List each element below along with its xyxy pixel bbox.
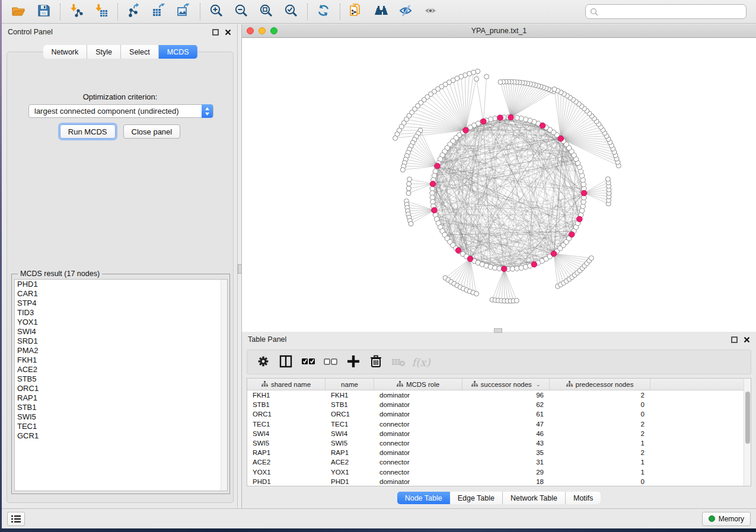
table-row[interactable]: SWI5SWI5connector431 (247, 438, 751, 448)
search-icon (590, 8, 598, 16)
close-panel-icon[interactable] (225, 29, 231, 36)
table-row[interactable]: PHD1PHD1dominator180 (247, 477, 751, 486)
find-button[interactable] (369, 2, 394, 22)
plus-icon (346, 354, 361, 371)
mcds-result-item[interactable]: SWI4 (15, 327, 227, 336)
node-table-body: FKH1FKH1dominator962STB1STB1dominator620… (247, 390, 751, 486)
mcds-result-item[interactable]: CAR1 (15, 289, 227, 299)
table-cell: dominator (374, 478, 462, 485)
deselect-all-button[interactable] (321, 352, 341, 372)
column-label: MCDS role (406, 381, 439, 388)
tab-edge-table[interactable]: Edge Table (450, 492, 503, 504)
share-document-button[interactable] (344, 2, 369, 22)
search-input[interactable] (601, 8, 742, 16)
mcds-result-item[interactable]: PHD1 (15, 280, 227, 289)
table-row[interactable]: STB1STB1dominator620 (247, 400, 751, 409)
column-header-successor-nodes[interactable]: successor nodes⌄ (462, 379, 550, 390)
mcds-result-item[interactable]: FKH1 (15, 355, 227, 365)
export-network-button[interactable] (122, 2, 146, 22)
vertical-splitter[interactable] (238, 24, 242, 508)
tab-node-table[interactable]: Node Table (397, 492, 450, 504)
mcds-result-item[interactable]: PMA2 (15, 346, 227, 355)
network-window-title: YPA_prune.txt_1 (242, 27, 756, 35)
toolbar-separator (307, 4, 308, 20)
export-table-button[interactable] (146, 2, 171, 22)
network-graph[interactable] (242, 38, 756, 331)
table-row[interactable]: TEC1TEC1connector472 (247, 419, 751, 429)
mcds-result-item[interactable]: YOX1 (15, 318, 227, 327)
toolbar-separator (340, 4, 340, 20)
zoom-in-button[interactable] (204, 2, 229, 22)
hide-selected-button[interactable] (394, 2, 419, 22)
table-row[interactable]: FKH1FKH1dominator962 (247, 390, 751, 400)
mcds-result-item[interactable]: ACE2 (15, 365, 227, 374)
criterion-select[interactable]: largest connected component (undirected) (28, 104, 213, 118)
table-scrollbar[interactable] (744, 379, 751, 486)
close-panel-button[interactable]: Close panel (123, 124, 181, 139)
column-header-MCDS-role[interactable]: MCDS role (374, 379, 462, 390)
table-row[interactable]: RAP1RAP1dominator352 (247, 448, 751, 457)
mcds-list-scrollbar[interactable] (221, 280, 227, 491)
tab-select[interactable]: Select (121, 45, 159, 59)
tab-motifs[interactable]: Motifs (566, 492, 601, 504)
vertical-splitter-handle[interactable] (238, 264, 242, 274)
tab-network-table[interactable]: Network Table (503, 492, 566, 504)
open-file-button[interactable] (7, 2, 31, 22)
import-table-button[interactable] (89, 2, 114, 22)
run-mcds-button[interactable]: Run MCDS (60, 124, 116, 139)
table-row[interactable]: SWI4SWI4dominator462 (247, 429, 751, 438)
select-all-button[interactable] (298, 352, 318, 372)
table-cell: 0 (550, 478, 650, 485)
float-panel-icon[interactable] (212, 29, 219, 36)
mcds-result-item[interactable]: SWI5 (15, 412, 227, 422)
column-layout-button[interactable] (276, 352, 296, 372)
mcds-result-item[interactable]: TID3 (15, 308, 227, 318)
mcds-result-item[interactable]: ORC1 (15, 384, 227, 393)
zoom-fit-button[interactable] (254, 2, 279, 22)
table-row[interactable]: ORC1ORC1dominator610 (247, 409, 751, 419)
zoom-out-button[interactable] (229, 2, 254, 22)
table-row[interactable]: ACE2ACE2connector311 (247, 457, 751, 467)
table-scrollbar-thumb[interactable] (745, 392, 750, 444)
horizontal-splitter-handle[interactable] (494, 328, 502, 333)
export-image-button[interactable] (171, 2, 196, 22)
tab-network[interactable]: Network (43, 45, 87, 59)
delete-column-button[interactable] (366, 352, 386, 372)
mcds-result-item[interactable]: TEC1 (15, 422, 227, 431)
table-cell: ACE2 (326, 459, 374, 466)
save-session-button[interactable] (31, 2, 56, 22)
network-window-titlebar[interactable]: YPA_prune.txt_1 (242, 24, 756, 38)
node-table[interactable]: shared namenameMCDS rolesuccessor nodes⌄… (247, 378, 751, 486)
search-box[interactable] (585, 4, 747, 19)
import-network-icon (69, 3, 84, 20)
task-history-button[interactable] (7, 512, 25, 526)
column-header-shared-name[interactable]: shared name (247, 379, 326, 390)
table-cell: 0 (550, 401, 650, 408)
mcds-result-item[interactable]: STB5 (15, 374, 227, 384)
float-table-panel-icon[interactable] (731, 336, 738, 343)
tab-style[interactable]: Style (87, 45, 121, 59)
tab-mcds[interactable]: MCDS (159, 45, 197, 59)
table-settings-button[interactable] (253, 352, 273, 372)
network-canvas[interactable] (242, 38, 756, 331)
mcds-result-item[interactable]: STB1 (15, 403, 227, 412)
column-label: shared name (271, 381, 311, 388)
column-header-predecessor-nodes[interactable]: predecessor nodes (550, 379, 650, 390)
import-network-button[interactable] (64, 2, 89, 22)
mcds-result-item[interactable]: RAP1 (15, 393, 227, 403)
mcds-result-item[interactable]: STP4 (15, 299, 227, 308)
mcds-result-list[interactable]: PHD1CAR1STP4TID3YOX1SWI4SRD1PMA2FKH1ACE2… (14, 279, 228, 491)
close-table-panel-icon[interactable] (744, 336, 750, 343)
zoom-selected-button[interactable] (279, 2, 304, 22)
mcds-result-item[interactable]: SRD1 (15, 336, 227, 346)
memory-button[interactable]: Memory (702, 512, 751, 526)
mcds-result-item[interactable]: GCR1 (15, 431, 227, 441)
column-header-name[interactable]: name (326, 379, 374, 390)
refresh-button[interactable] (311, 2, 336, 22)
columns-icon (278, 354, 294, 371)
table-row[interactable]: YOX1YOX1connector291 (247, 467, 751, 477)
add-column-button[interactable] (343, 352, 363, 372)
mcds-panel-card: NetworkStyleSelectMCDS Optimization crit… (7, 52, 234, 503)
export-network-icon (126, 3, 142, 20)
table-cell: SWI4 (326, 430, 374, 437)
